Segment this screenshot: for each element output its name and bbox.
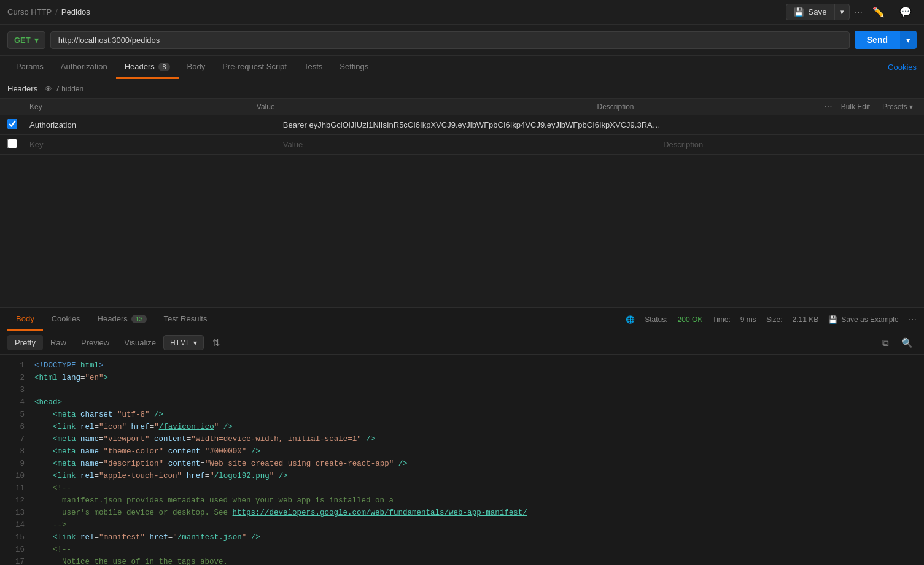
search-icon[interactable]: 🔍 (898, 336, 917, 350)
code-tabs-bar: Pretty Raw Preview Visualize HTML ▾ ⇅ ⧉ … (0, 331, 924, 355)
code-tab-preview[interactable]: Preview (74, 335, 117, 350)
desc-col-header: Description (597, 102, 824, 111)
line-content: <link rel="manifest" href="/manifest.jso… (34, 531, 260, 544)
line-number: 13 (5, 507, 25, 519)
save-example-icon: 💾 (828, 315, 837, 324)
code-line-1: 1 <!DOCTYPE html> (0, 359, 924, 372)
bottom-more-button[interactable]: ··· (909, 314, 917, 325)
code-line-14: 14 --> (0, 519, 924, 531)
send-main[interactable]: Send (855, 31, 900, 49)
table-more-button[interactable]: ··· (824, 101, 832, 112)
breadcrumb-current: Pedidos (61, 7, 90, 17)
line-content: <!DOCTYPE html> (34, 359, 104, 372)
key-cell: Authorization (29, 120, 283, 129)
line-number: 6 (5, 421, 25, 433)
tab-tests[interactable]: Tests (295, 56, 331, 79)
format-dropdown-icon: ▾ (193, 339, 197, 347)
save-button[interactable]: 💾 Save ▾ (786, 4, 849, 20)
format-selector[interactable]: HTML ▾ (163, 335, 204, 350)
line-number: 12 (5, 494, 25, 507)
code-line-7: 7 <meta name="viewport" content="width=d… (0, 433, 924, 445)
line-content: <link rel="icon" href="/favicon.ico" /> (34, 421, 233, 433)
presets-button[interactable]: Presets ▾ (879, 102, 917, 111)
send-button[interactable]: Send ▾ (855, 31, 917, 49)
filter-icon[interactable]: ⇅ (209, 335, 224, 350)
size-label: Size: (766, 315, 783, 324)
save-dropdown[interactable]: ▾ (834, 4, 849, 20)
breadcrumb-parent: Curso HTTP (7, 7, 52, 17)
line-number: 11 (5, 482, 25, 494)
line-content: user's mobile device or desktop. See htt… (34, 507, 527, 519)
save-as-example-button[interactable]: 💾 Save as Example (828, 315, 898, 324)
send-dropdown[interactable]: ▾ (900, 31, 917, 49)
edit-icon[interactable]: ✏️ (868, 3, 890, 21)
line-content: <!-- (34, 544, 71, 556)
code-line-16: 16 <!-- (0, 544, 924, 556)
bulk-edit-button[interactable]: Bulk Edit (837, 102, 874, 111)
save-main[interactable]: 💾 Save (786, 4, 834, 20)
cookies-link[interactable]: Cookies (888, 63, 917, 72)
line-content: manifest.json provides metadata used whe… (34, 494, 394, 507)
headers-subbar-title: Headers (7, 84, 37, 93)
table-row: Authorization Bearer eyJhbGciOiJIUzI1NiI… (0, 115, 924, 135)
empty-value: Value (283, 140, 663, 149)
line-content: <head> (34, 396, 62, 409)
save-example-label: Save as Example (841, 315, 898, 324)
bottom-tabs-bar: Body Cookies Headers 13 Test Results 🌐 S… (0, 308, 924, 331)
line-number: 16 (5, 544, 25, 556)
row-checkbox[interactable] (7, 119, 17, 129)
line-number: 14 (5, 519, 25, 531)
method-select[interactable]: GET ▾ (7, 31, 45, 49)
url-input[interactable] (50, 31, 850, 49)
row-checkbox-col (7, 119, 29, 131)
code-tab-raw[interactable]: Raw (43, 335, 74, 350)
tab-settings[interactable]: Settings (331, 56, 377, 79)
bottom-tab-test-results[interactable]: Test Results (155, 308, 216, 331)
bottom-tab-body[interactable]: Body (7, 308, 43, 331)
tab-body[interactable]: Body (179, 56, 214, 79)
line-content: Notice the use of in the tags above. (34, 556, 228, 565)
line-content: <link rel="apple-touch-icon" href="/logo… (34, 470, 288, 482)
code-line-6: 6 <link rel="icon" href="/favicon.ico" /… (0, 421, 924, 433)
empty-desc: Description (663, 140, 917, 149)
response-size: 2.11 KB (793, 315, 819, 324)
status-label: Status: (645, 315, 667, 324)
headers-subbar: Headers 👁 7 hidden (0, 79, 924, 99)
chat-icon[interactable]: 💬 (895, 3, 917, 21)
code-line-2: 2 <html lang="en"> (0, 372, 924, 384)
code-actions: ⧉ 🔍 (879, 336, 917, 350)
save-icon: 💾 (794, 7, 804, 17)
tab-pre-request-script[interactable]: Pre-request Script (214, 56, 295, 79)
bottom-tab-cookies[interactable]: Cookies (43, 308, 89, 331)
code-tab-visualize[interactable]: Visualize (117, 335, 163, 350)
top-bar-actions: 💾 Save ▾ ··· ✏️ 💬 (786, 3, 917, 21)
code-line-17: 17 Notice the use of in the tags above. (0, 556, 924, 565)
request-tabs: Params Authorization Headers 8 Body Pre-… (0, 56, 924, 79)
top-bar: Curso HTTP / Pedidos 💾 Save ▾ ··· ✏️ 💬 (0, 0, 924, 25)
copy-icon[interactable]: ⧉ (879, 336, 893, 350)
hidden-badge: 👁 7 hidden (45, 85, 83, 93)
code-editor[interactable]: 1 <!DOCTYPE html> 2 <html lang="en"> 3 4… (0, 355, 924, 565)
code-line-12: 12 manifest.json provides metadata used … (0, 494, 924, 507)
tab-headers[interactable]: Headers 8 (116, 56, 179, 79)
line-number: 17 (5, 556, 25, 565)
line-content: <html lang="en"> (34, 372, 108, 384)
code-line-15: 15 <link rel="manifest" href="/manifest.… (0, 531, 924, 544)
code-tab-pretty[interactable]: Pretty (7, 335, 43, 350)
tab-params[interactable]: Params (7, 56, 52, 79)
line-number: 10 (5, 470, 25, 482)
code-line-13: 13 user's mobile device or desktop. See … (0, 507, 924, 519)
bottom-panel: Body Cookies Headers 13 Test Results 🌐 S… (0, 307, 924, 565)
response-time: 9 ms (740, 315, 756, 324)
line-content: --> (34, 519, 67, 531)
bottom-tab-headers[interactable]: Headers 13 (89, 308, 155, 331)
line-number: 5 (5, 409, 25, 421)
tab-authorization[interactable]: Authorization (52, 56, 116, 79)
line-content: <meta charset="utf-8" /> (34, 409, 163, 421)
save-label: Save (808, 7, 826, 17)
empty-checkbox[interactable] (7, 139, 17, 148)
status-code: 200 OK (678, 315, 703, 324)
more-button[interactable]: ··· (855, 7, 863, 18)
url-section: GET ▾ Send ▾ (0, 25, 924, 56)
code-tabs-list: Pretty Raw Preview Visualize HTML ▾ ⇅ (7, 335, 224, 350)
